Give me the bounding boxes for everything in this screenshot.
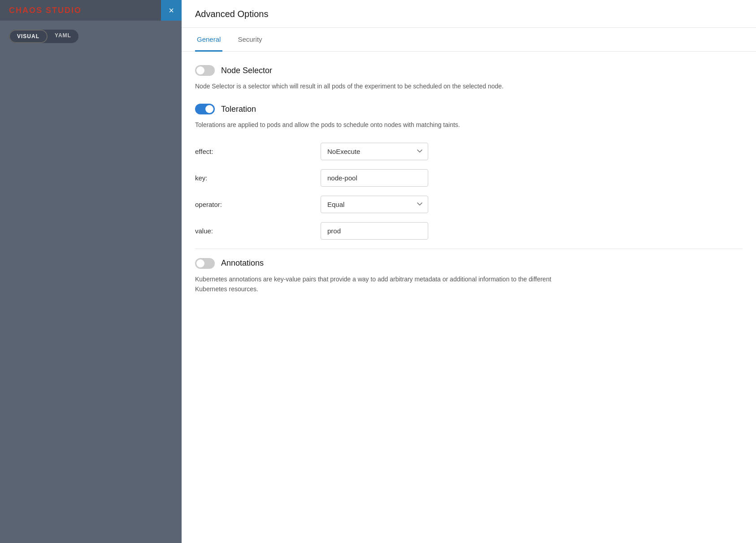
effect-label: effect:	[195, 148, 321, 155]
app-title: CHAOS STUDIO	[9, 6, 82, 15]
node-selector-description: Node Selector is a selector which will r…	[195, 81, 554, 91]
effect-field-row: effect: NoExecute NoSchedule PreferNoSch…	[195, 143, 743, 160]
operator-field-row: operator: Equal Exists	[195, 196, 743, 213]
annotations-label: Annotations	[221, 258, 264, 268]
dialog-content: Node Selector Node Selector is a selecto…	[182, 52, 756, 543]
value-input[interactable]	[321, 222, 428, 240]
toleration-row: Toleration	[195, 104, 743, 114]
tab-security[interactable]: Security	[236, 28, 264, 52]
divider	[195, 249, 743, 249]
close-button[interactable]: ×	[161, 0, 182, 21]
node-selector-section: Node Selector Node Selector is a selecto…	[195, 65, 743, 91]
app-header: CHAOS STUDIO ×	[0, 0, 182, 21]
annotations-description: Kubernetes annotations are key-value pai…	[195, 274, 554, 294]
yaml-toggle-btn[interactable]: YAML	[48, 30, 78, 43]
sidebar: CHAOS STUDIO × VISUAL YAML	[0, 0, 182, 543]
advanced-options-dialog: Advanced Options General Security Node S…	[182, 0, 756, 543]
annotations-row: Annotations	[195, 258, 743, 269]
dialog-title: Advanced Options	[195, 9, 268, 19]
node-selector-toggle[interactable]	[195, 65, 215, 76]
tabs-bar: General Security	[182, 28, 756, 52]
toolbar: VISUAL YAML	[0, 21, 182, 52]
toleration-section: Toleration Tolerations are applied to po…	[195, 104, 743, 239]
key-field-row: key:	[195, 169, 743, 187]
operator-label: operator:	[195, 201, 321, 208]
annotations-toggle[interactable]	[195, 258, 215, 269]
node-selector-label: Node Selector	[221, 66, 272, 75]
tab-general[interactable]: General	[195, 28, 222, 52]
toleration-label: Toleration	[221, 105, 256, 114]
annotations-section: Annotations Kubernetes annotations are k…	[195, 258, 743, 294]
node-selector-row: Node Selector	[195, 65, 743, 76]
toleration-description: Tolerations are applied to pods and allo…	[195, 120, 554, 130]
key-input[interactable]	[321, 169, 428, 187]
view-toggle: VISUAL YAML	[9, 30, 78, 43]
value-label: value:	[195, 227, 321, 235]
operator-select[interactable]: Equal Exists	[321, 196, 428, 213]
toleration-fields: effect: NoExecute NoSchedule PreferNoSch…	[195, 143, 743, 240]
annotations-slider	[195, 258, 215, 269]
key-label: key:	[195, 174, 321, 182]
effect-select[interactable]: NoExecute NoSchedule PreferNoSchedule	[321, 143, 428, 160]
toleration-slider	[195, 104, 215, 114]
value-field-row: value:	[195, 222, 743, 240]
toleration-toggle[interactable]	[195, 104, 215, 114]
visual-toggle-btn[interactable]: VISUAL	[9, 30, 48, 43]
node-selector-slider	[195, 65, 215, 76]
dialog-header: Advanced Options	[182, 0, 756, 28]
